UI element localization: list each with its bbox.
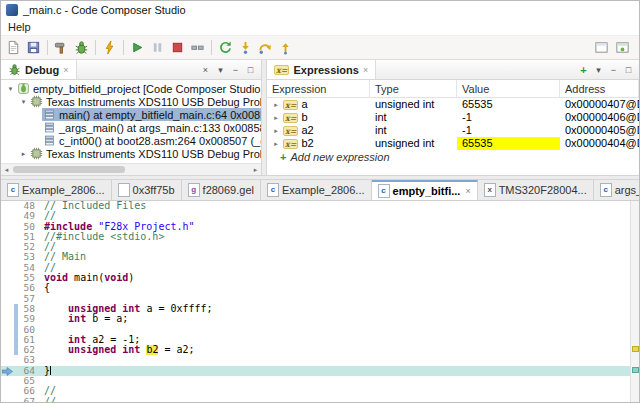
code-line[interactable]: 54// (1, 263, 639, 273)
gutter-marker[interactable] (1, 314, 14, 324)
scroll-right-icon[interactable]: ▸ (250, 164, 261, 175)
editor-tab[interactable]: 0x3ff75b (112, 180, 182, 200)
editor-tab[interactable]: cargs_main.c (594, 180, 639, 200)
expression-row[interactable]: ▸x=aunsigned int655350x00000407@Data (267, 98, 639, 111)
code-line[interactable]: 48// Included Files (1, 201, 639, 211)
minimize-icon[interactable]: − (229, 65, 242, 75)
gutter-marker[interactable] (1, 294, 14, 304)
code-editor[interactable]: 48// Included Files49//50#include "F28x_… (1, 201, 639, 402)
restart-icon[interactable] (216, 38, 235, 57)
tab-expressions[interactable]: x= Expressions × (267, 60, 376, 79)
current-line-ruler-mark[interactable] (632, 367, 639, 373)
flash-icon[interactable] (100, 38, 119, 57)
code-line[interactable]: 58 unsigned int a = 0xffff; (1, 304, 639, 314)
edit-perspective-icon[interactable] (592, 38, 611, 57)
code-text[interactable] (39, 294, 639, 304)
code-text[interactable]: //#include <stdio.h> (39, 232, 639, 242)
editor-tab[interactable]: cExample_2806... (261, 180, 372, 200)
code-text[interactable] (39, 376, 639, 386)
code-line[interactable]: 56{ (1, 283, 639, 293)
view-menu-icon[interactable]: ▾ (592, 65, 605, 75)
gutter-marker[interactable] (1, 355, 14, 365)
step-over-icon[interactable] (256, 38, 275, 57)
code-text[interactable]: // (39, 242, 639, 252)
debug-tab-close-icon[interactable]: × (63, 65, 68, 75)
new-file-icon[interactable] (4, 38, 23, 57)
code-line[interactable]: 64} (1, 366, 639, 376)
code-line[interactable]: 49// (1, 211, 639, 221)
gutter-marker[interactable] (1, 273, 14, 283)
debug-tree-row[interactable]: _args_main() at args_main.c:133 0x008584 (1, 121, 261, 134)
code-line[interactable]: 61 int a2 = -1; (1, 335, 639, 345)
code-text[interactable]: // Included Files (39, 201, 639, 211)
code-text[interactable]: // (39, 263, 639, 273)
code-text[interactable]: { (39, 283, 639, 293)
gutter-marker[interactable] (1, 242, 14, 252)
expander-icon[interactable]: ▾ (5, 85, 16, 93)
gutter-marker[interactable] (1, 304, 14, 314)
remove-all-icon[interactable]: × (199, 65, 212, 75)
code-line[interactable]: 51//#include <stdio.h> (1, 232, 639, 242)
code-text[interactable]: // (39, 386, 639, 396)
debug-tree-row[interactable]: ▸Texas Instruments XDS110 USB Debug Prob… (1, 147, 261, 160)
code-text[interactable]: unsigned int a = 0xffff; (39, 304, 639, 314)
editor-tab[interactable]: cExample_2806... (1, 180, 112, 200)
code-text[interactable]: } (39, 366, 639, 376)
line-number[interactable]: 67 (18, 397, 39, 402)
suspend-icon[interactable] (148, 38, 167, 57)
code-line[interactable]: 55void main(void) (1, 273, 639, 283)
scrollbar-thumb[interactable] (13, 166, 125, 173)
twisty-icon[interactable]: ▸ (272, 137, 280, 150)
code-text[interactable]: int a2 = -1; (39, 335, 639, 345)
gutter-marker[interactable] (1, 222, 14, 232)
code-line[interactable]: 52// (1, 242, 639, 252)
code-line[interactable]: 53// Main (1, 252, 639, 262)
gutter-marker[interactable] (1, 386, 14, 396)
overview-ruler[interactable] (630, 201, 639, 402)
gutter-marker[interactable] (1, 211, 14, 221)
code-line[interactable]: 65 (1, 376, 639, 386)
expressions-tab-close-icon[interactable]: × (363, 65, 368, 75)
menu-help[interactable]: Help (1, 21, 38, 33)
code-text[interactable]: void main(void) (39, 273, 639, 283)
step-return-icon[interactable] (276, 38, 295, 57)
gutter-marker[interactable] (1, 376, 14, 386)
view-menu-icon[interactable]: ▾ (214, 65, 227, 75)
code-line[interactable]: 62 unsigned int b2 = a2; (1, 345, 639, 355)
tab-debug[interactable]: Debug × (1, 60, 77, 79)
gutter-marker[interactable] (1, 283, 14, 293)
gutter-marker[interactable] (1, 397, 14, 402)
debug-tree-row[interactable]: ▾empty_bitfield_project [Code Composer S… (1, 82, 261, 95)
expression-row[interactable]: ▸x=a2int-10x00000405@Data (267, 124, 639, 137)
add-icon[interactable]: + (577, 64, 590, 76)
debug-tree-row[interactable]: ▾Texas Instruments XDS110 USB Debug Prob… (1, 95, 261, 108)
twisty-icon[interactable]: ▸ (272, 98, 280, 111)
code-line[interactable]: 50#include "F28x_Project.h" (1, 222, 639, 232)
disconnect-icon[interactable] (188, 38, 207, 57)
code-text[interactable]: #include "F28x_Project.h" (39, 222, 639, 232)
expander-icon[interactable]: ▸ (18, 150, 29, 158)
gutter-marker[interactable] (1, 201, 14, 211)
maximize-icon[interactable]: □ (622, 65, 635, 75)
debug-tree-row[interactable]: main() at empty_bitfield_main.c:64 0x008… (1, 108, 261, 121)
debug-icon[interactable] (72, 38, 91, 57)
code-line[interactable]: 63 (1, 355, 639, 365)
code-line[interactable]: 59 int b = a; (1, 314, 639, 324)
code-text[interactable]: int b = a; (39, 314, 639, 324)
tab-close-icon[interactable]: × (465, 186, 470, 196)
gutter-marker[interactable] (1, 325, 14, 335)
column-header-expression[interactable]: Expression (267, 80, 370, 97)
debug-horizontal-scrollbar[interactable]: ◂ ▸ (1, 163, 261, 175)
editor-tab[interactable]: gf28069.gel (182, 180, 261, 200)
code-line[interactable]: 66// (1, 386, 639, 396)
twisty-icon[interactable]: ▸ (272, 111, 280, 124)
debug-tree-row[interactable]: c_int00() at boot28.asm:264 0x008507 (_c… (1, 134, 261, 147)
gutter-marker[interactable] (1, 232, 14, 242)
gutter-marker[interactable] (1, 366, 14, 376)
code-line[interactable]: 60 (1, 325, 639, 335)
resume-icon[interactable] (128, 38, 147, 57)
scroll-left-icon[interactable]: ◂ (1, 164, 12, 175)
column-header-type[interactable]: Type (370, 80, 457, 97)
expression-row[interactable]: ▸x=b2unsigned int655350x00000404@Data (267, 137, 639, 150)
code-text[interactable]: unsigned int b2 = a2; (39, 345, 639, 355)
